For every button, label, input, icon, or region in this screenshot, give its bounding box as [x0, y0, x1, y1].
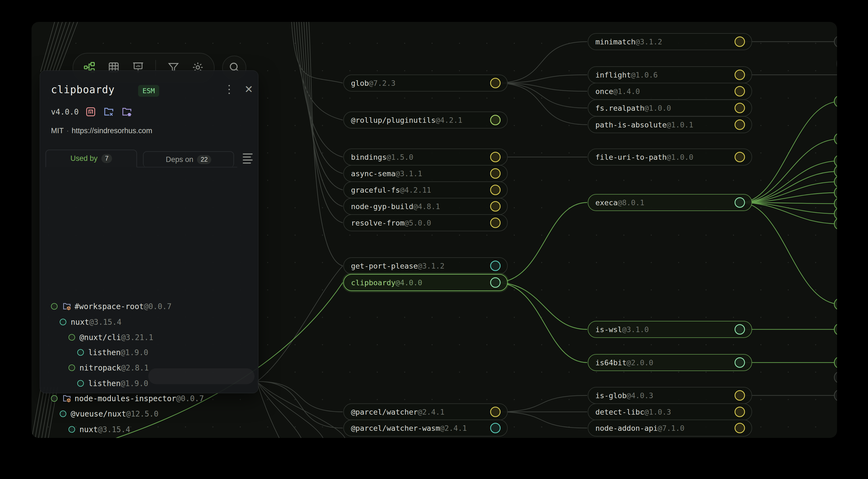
license-label: MIT: [51, 127, 64, 135]
node-deps-circle[interactable]: [735, 197, 745, 208]
node-package-version: @1.0.0: [644, 104, 671, 112]
tree-item--workspace-root[interactable]: #workspace-root@0.0.7: [51, 299, 172, 314]
node-deps-circle[interactable]: [490, 423, 501, 433]
node-package-name: node-gyp-build: [351, 202, 413, 211]
node-package-name: bindings: [351, 153, 386, 161]
tree-item-name: nuxt: [71, 318, 89, 327]
graph-node-get-port-please[interactable]: get-port-please@3.1.2: [343, 257, 508, 274]
tree-item-version: @1.9.0: [121, 348, 148, 357]
graph-node-resolve-from[interactable]: resolve-from@5.0.0: [343, 214, 508, 231]
graph-node-once[interactable]: once@1.4.0: [588, 83, 752, 100]
tree-item-circle: [51, 303, 58, 310]
graph-node-fs-realpath[interactable]: fs.realpath@1.0.0: [588, 99, 752, 116]
graph-node-rollup-pluginutils[interactable]: @rollup/pluginutils@4.2.1: [343, 112, 508, 128]
node-package-name: graceful-fs: [351, 186, 400, 194]
node-deps-circle[interactable]: [735, 103, 745, 113]
close-icon[interactable]: ✕: [242, 82, 255, 96]
graph-node-bindings[interactable]: bindings@1.5.0: [343, 149, 508, 166]
node-deps-circle[interactable]: [735, 69, 745, 80]
separator: ·: [64, 127, 72, 135]
graph-node-is-wsl[interactable]: is-wsl@3.1.0: [588, 321, 752, 338]
node-deps-circle[interactable]: [490, 115, 501, 125]
tree-item-circle: [51, 395, 58, 402]
tree-item-version: @12.5.0: [126, 410, 158, 418]
tree-item-circle: [60, 319, 66, 325]
npm-icon[interactable]: [85, 106, 97, 118]
node-deps-circle[interactable]: [735, 86, 745, 96]
panel-menu-button[interactable]: [223, 82, 235, 96]
node-deps-circle[interactable]: [735, 407, 745, 417]
tab-deps-on[interactable]: Deps on 22: [143, 151, 234, 168]
node-deps-circle[interactable]: [735, 36, 745, 47]
node-deps-circle[interactable]: [490, 217, 501, 228]
workspace-folder-icon: [62, 393, 72, 403]
graph-node-is64bit[interactable]: is64bit@2.0.0: [588, 354, 752, 371]
node-deps-circle[interactable]: [490, 277, 501, 288]
graph-node-path-is-absolute[interactable]: path-is-absolute@1.0.1: [588, 116, 752, 133]
node-deps-circle[interactable]: [490, 168, 501, 179]
graph-node-clipboardy[interactable]: clipboardy@4.0.0: [343, 274, 508, 291]
homepage-link[interactable]: https://sindresorhus.com: [72, 127, 152, 135]
folder-x-icon[interactable]: [103, 106, 115, 118]
node-deps-circle[interactable]: [490, 201, 501, 212]
tree-item--vueuse-nuxt[interactable]: @vueuse/nuxt@12.5.0: [60, 406, 158, 421]
node-deps-circle[interactable]: [490, 152, 501, 162]
tree-item--nuxt-cli[interactable]: @nuxt/cli@3.21.1: [77, 437, 162, 438]
graph-node-execa[interactable]: execa@8.0.1: [588, 194, 752, 211]
package-title: clipboardy: [51, 84, 115, 96]
graph-node-is-glob[interactable]: is-glob@4.0.3: [588, 387, 752, 404]
node-deps-circle[interactable]: [735, 423, 745, 433]
workspace-folder-icon: [62, 301, 72, 311]
node-deps-circle[interactable]: [735, 357, 745, 368]
tree-item-listhen[interactable]: listhen@1.9.0: [77, 345, 148, 360]
node-package-name: inflight: [595, 71, 631, 79]
graph-node-inflight[interactable]: inflight@1.0.6: [588, 66, 752, 83]
tree-item-name: listhen: [88, 379, 121, 388]
tree-item-circle: [60, 411, 66, 417]
graph-node-node-gyp-build[interactable]: node-gyp-build@4.8.1: [343, 198, 508, 215]
tree-item-nuxt[interactable]: nuxt@3.15.4: [60, 314, 121, 330]
node-deps-circle[interactable]: [735, 324, 745, 335]
node-package-version: @1.4.0: [613, 87, 640, 96]
tree-item-nitropack[interactable]: nitropack@2.8.1: [68, 360, 149, 376]
tree-item-circle: [77, 349, 84, 356]
tree-item-version: @0.0.7: [176, 394, 204, 403]
tree-item-circle: [68, 334, 75, 340]
folder-command-icon[interactable]: [121, 106, 133, 118]
graph-node-parcel-watcher[interactable]: @parcel/watcher@2.4.1: [343, 403, 508, 420]
tab-used-by[interactable]: Used by 7: [45, 150, 137, 168]
node-deps-circle[interactable]: [490, 407, 501, 417]
node-deps-circle[interactable]: [735, 119, 745, 130]
graph-node-node-addon-api[interactable]: node-addon-api@7.1.0: [588, 420, 752, 437]
node-package-version: @3.1.2: [418, 262, 445, 270]
node-deps-circle[interactable]: [490, 78, 501, 88]
node-package-version: @1.0.3: [644, 408, 671, 416]
graph-node-minimatch[interactable]: minimatch@3.1.2: [588, 33, 752, 50]
graph-node-graceful-fs[interactable]: graceful-fs@4.2.11: [343, 181, 508, 199]
panel-tabs: Used by 7 Deps on 22: [45, 150, 237, 168]
tree-item-name: #workspace-root: [74, 302, 144, 311]
package-version: v4.0.0: [51, 108, 79, 116]
tree-item-nuxt[interactable]: nuxt@3.15.4: [68, 422, 130, 437]
node-package-name: @parcel/watcher: [351, 408, 418, 416]
list-options-icon[interactable]: [243, 153, 254, 164]
node-deps-circle[interactable]: [490, 261, 501, 271]
graph-node-detect-libc[interactable]: detect-libc@1.0.3: [588, 403, 752, 420]
tree-item--nuxt-cli[interactable]: @nuxt/cli@3.21.1: [68, 330, 153, 345]
node-deps-circle[interactable]: [735, 390, 745, 401]
tree-item-circle: [77, 380, 84, 387]
node-deps-circle[interactable]: [490, 185, 501, 195]
node-package-name: path-is-absolute: [595, 121, 666, 129]
tree-item-node-modules-inspector[interactable]: node-modules-inspector@0.0.7: [51, 391, 204, 406]
graph-node-parcel-watcher-wasm[interactable]: @parcel/watcher-wasm@2.4.1: [343, 420, 508, 437]
tree-item-version: @3.21.1: [121, 333, 153, 342]
tree-item-listhen[interactable]: listhen@1.9.0: [77, 376, 148, 391]
graph-node-glob[interactable]: glob@7.2.3: [343, 74, 508, 92]
node-package-name: @rollup/pluginutils: [351, 116, 436, 124]
graph-node-async-sema[interactable]: async-sema@3.1.1: [343, 165, 508, 182]
node-package-name: @parcel/watcher-wasm: [351, 424, 440, 432]
node-deps-circle[interactable]: [735, 152, 745, 162]
node-package-version: @7.1.0: [658, 424, 685, 432]
graph-node-file-uri-to-path[interactable]: file-uri-to-path@1.0.0: [588, 149, 752, 166]
tree-item-name: nuxt: [80, 425, 98, 434]
